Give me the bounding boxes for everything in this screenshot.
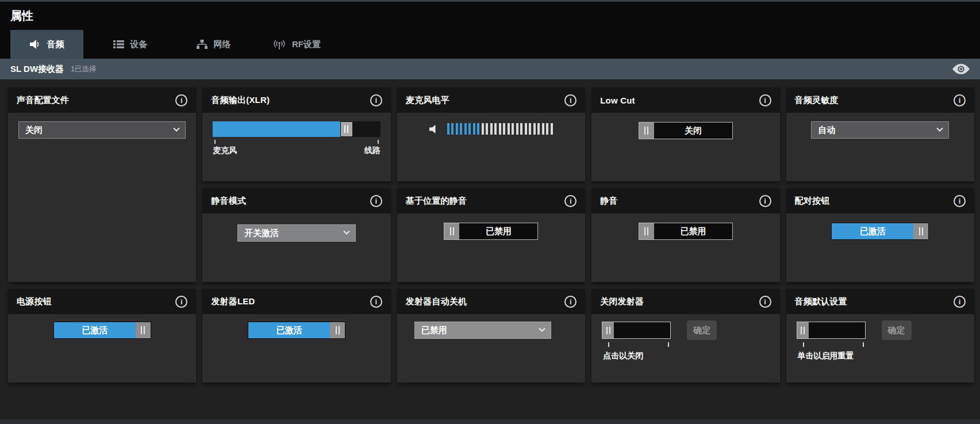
card-mute-mode: 静音模式 i 开关激活 <box>202 188 390 282</box>
tab-device[interactable]: 设备 <box>94 30 167 59</box>
audio-output-slider[interactable] <box>213 121 380 137</box>
meter-bar <box>490 123 493 135</box>
info-icon[interactable]: i <box>370 94 382 106</box>
rf-antenna-icon <box>273 40 286 49</box>
card-body <box>397 113 585 181</box>
info-icon[interactable]: i <box>370 296 382 308</box>
card-title: Low Cut <box>600 96 635 105</box>
slide-confirm-row: 确定 <box>797 322 974 340</box>
info-icon[interactable]: i <box>564 296 577 308</box>
slider-fill <box>213 121 340 137</box>
info-icon[interactable]: i <box>759 296 771 308</box>
level-meter <box>447 123 553 135</box>
sound-profile-dropdown[interactable]: 关闭 <box>18 121 186 139</box>
slider-min-label: 麦克风 <box>213 146 237 156</box>
meter-bar <box>464 123 467 135</box>
info-icon[interactable]: i <box>954 94 966 106</box>
card-header: 音频输出(XLR) i <box>202 87 390 113</box>
confirm-button[interactable]: 确定 <box>687 320 717 340</box>
card-header: 配对按钮 i <box>786 188 974 213</box>
info-icon[interactable]: i <box>954 195 966 207</box>
confirm-button[interactable]: 确定 <box>882 320 912 340</box>
tab-rf-settings[interactable]: RF设置 <box>260 30 333 59</box>
card-header: 麦克风电平 i <box>397 87 585 113</box>
audio-defaults-slider[interactable] <box>797 322 866 339</box>
card-header: 静音 i <box>591 188 779 213</box>
mute-mode-dropdown[interactable]: 开关激活 <box>237 224 356 242</box>
bottom-scroll-strip[interactable] <box>0 419 980 424</box>
card-header: 音频灵敏度 i <box>786 87 974 113</box>
info-icon[interactable]: i <box>564 94 577 106</box>
card-title: 配对按钮 <box>795 196 830 207</box>
device-name: SL DW接收器 <box>10 64 64 75</box>
card-body: 关闭 <box>8 113 196 282</box>
card-audio-output-xlr: 音频输出(XLR) i 麦克风 线路 <box>202 87 390 181</box>
dropdown-value: 关闭 <box>25 125 43 136</box>
toggle-handle[interactable] <box>913 223 928 239</box>
audio-sensitivity-dropdown[interactable]: 自动 <box>811 121 949 139</box>
speaker-icon <box>30 40 41 49</box>
meter-bar <box>482 123 484 135</box>
power-button-toggle[interactable]: 已激活 <box>53 322 151 339</box>
slider-max-label: 线路 <box>364 146 381 156</box>
toggle-handle[interactable] <box>444 223 459 239</box>
slider-handle[interactable] <box>797 322 809 338</box>
card-header: 发射器LED i <box>202 289 390 314</box>
info-icon[interactable]: i <box>564 195 577 207</box>
meter-bar <box>486 123 488 135</box>
toggle-label: 已激活 <box>832 223 913 239</box>
card-body: 麦克风 线路 <box>202 113 390 181</box>
card-header: 声音配置文件 i <box>8 87 196 113</box>
toggle-handle[interactable] <box>330 322 345 338</box>
card-pairing-button: 配对按钮 i 已激活 <box>786 188 974 282</box>
info-icon[interactable]: i <box>759 94 771 106</box>
tab-label: 设备 <box>130 39 148 50</box>
tab-network[interactable]: 网络 <box>177 30 250 59</box>
meter-bar <box>551 123 553 135</box>
info-icon[interactable]: i <box>759 195 771 207</box>
meter-bar <box>447 123 449 135</box>
info-icon[interactable]: i <box>175 94 187 106</box>
selection-count: 1已选择 <box>71 64 96 74</box>
card-body: 确定 点击以关闭 <box>591 314 779 383</box>
slider-handle[interactable] <box>602 322 614 338</box>
transmitter-led-toggle[interactable]: 已激活 <box>248 322 345 339</box>
card-header: 发射器自动关机 i <box>397 289 585 314</box>
tab-audio[interactable]: 音频 <box>10 30 83 59</box>
network-tree-icon <box>197 40 207 49</box>
low-cut-toggle[interactable]: 关闭 <box>639 122 733 139</box>
meter-bar <box>473 123 475 135</box>
slider-handle[interactable] <box>340 121 353 137</box>
turn-off-slider[interactable] <box>602 322 671 339</box>
eye-icon[interactable] <box>952 64 970 74</box>
card-title: 静音模式 <box>211 196 246 207</box>
card-low-cut: Low Cut i 关闭 <box>591 87 779 181</box>
meter-bar <box>456 123 458 135</box>
card-title: 静音 <box>600 196 617 207</box>
card-body: 已禁用 <box>397 314 585 383</box>
meter-bar <box>477 123 479 135</box>
slider-track[interactable] <box>353 121 381 137</box>
info-icon[interactable]: i <box>175 296 187 308</box>
meter-bar <box>529 123 531 135</box>
meter-bar <box>468 123 471 135</box>
toggle-handle[interactable] <box>639 123 654 139</box>
info-icon[interactable]: i <box>370 195 382 207</box>
info-icon[interactable]: i <box>954 296 966 308</box>
card-title: 电源按钮 <box>17 296 52 307</box>
meter-bar <box>460 123 462 135</box>
card-turn-off-transmitter: 关闭发射器 i 确定 点击以关闭 <box>591 289 779 383</box>
card-power-button: 电源按钮 i 已激活 <box>8 289 196 383</box>
mute-toggle[interactable]: 已禁用 <box>639 223 733 240</box>
toggle-handle[interactable] <box>639 223 654 239</box>
card-auto-power-off: 发射器自动关机 i 已禁用 <box>397 289 585 383</box>
chevron-down-icon <box>343 228 349 235</box>
tab-bar: 音频 设备 网络 RF设置 <box>0 30 980 59</box>
location-based-mute-toggle[interactable]: 已禁用 <box>444 223 538 240</box>
toggle-handle[interactable] <box>136 322 151 338</box>
card-header: 关闭发射器 i <box>591 289 779 314</box>
auto-power-off-dropdown[interactable]: 已禁用 <box>414 322 551 339</box>
pairing-button-toggle[interactable]: 已激活 <box>831 223 929 240</box>
page-title: 属性 <box>10 8 33 24</box>
slider-hint: 单击以启用重置 <box>798 351 974 361</box>
